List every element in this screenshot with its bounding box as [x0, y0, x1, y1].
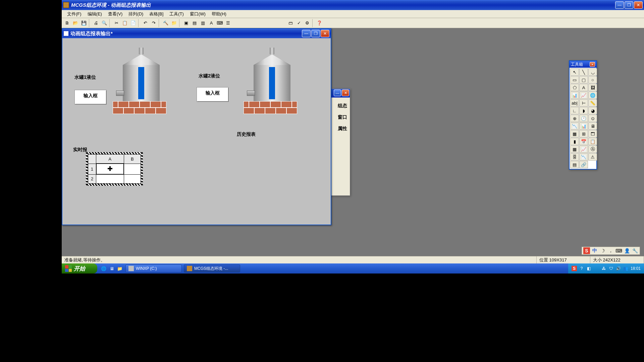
help-icon[interactable]: ❓ — [315, 19, 323, 27]
desktop-icon[interactable]: 🖥 — [108, 265, 115, 272]
component2-icon[interactable]: 📈 — [579, 92, 588, 99]
tray-ime-icon[interactable]: S — [572, 266, 577, 271]
trend2-tool-icon[interactable]: 📉 — [579, 153, 588, 161]
image-tool-icon[interactable]: 🖼 — [588, 84, 597, 91]
column-header-a[interactable]: A — [96, 155, 124, 164]
pie-tool-icon[interactable]: ◕ — [588, 107, 597, 114]
ellipse-tool-icon[interactable]: ○ — [588, 76, 597, 83]
alarm-tool-icon[interactable]: ⚠ — [588, 153, 597, 161]
switch-tool-icon[interactable]: ⊙ — [588, 115, 597, 122]
cut-icon[interactable]: ✂ — [112, 19, 120, 27]
ie-icon[interactable]: 🌐 — [100, 265, 107, 272]
menu-file[interactable]: 文件(F) — [64, 10, 84, 18]
barcode-tool-icon[interactable]: ▮ — [570, 138, 579, 145]
dock-item-configure[interactable]: 组态 — [332, 103, 348, 109]
line-tool-icon[interactable]: ╲ — [579, 68, 588, 76]
tray-volume-icon[interactable]: 🔊 — [616, 266, 621, 271]
start-button[interactable]: 开始 — [62, 263, 97, 274]
text-tool-icon[interactable]: A — [579, 84, 588, 91]
menu-help[interactable]: 帮助(H) — [209, 10, 229, 18]
save-icon[interactable]: 💾 — [80, 19, 88, 27]
menu-tools[interactable]: 工具(T) — [167, 10, 186, 18]
design-canvas[interactable]: 水罐1液位 输入框 — [62, 38, 331, 225]
tray-msn-icon[interactable]: 👥 — [623, 266, 629, 271]
list-icon[interactable]: ☰ — [224, 19, 232, 27]
paste-icon[interactable]: 📄 — [129, 19, 137, 27]
dock-close-button[interactable]: ✕ — [342, 89, 349, 96]
column-header-b[interactable]: B — [124, 155, 141, 164]
toolbox-panel[interactable]: 工具箱 ✕ ↖ ╲ ◡ ▭ ▢ ○ ⬠ A 🖼 📊 📈 🌐 ab| ⊢ 📏 ∟ … — [569, 60, 597, 170]
row-header-2[interactable]: 2 — [88, 174, 96, 183]
ruler-tool-icon[interactable]: ⊢ — [579, 99, 588, 107]
report-tool-icon[interactable]: 📋 — [588, 138, 597, 145]
undo-icon[interactable]: ↶ — [141, 19, 149, 27]
close-button[interactable]: ✕ — [634, 1, 643, 9]
clock[interactable]: 18:01 — [631, 266, 641, 271]
input-box-1[interactable]: 输入框 — [74, 90, 107, 105]
tray-network-icon[interactable]: 🖧 — [601, 266, 606, 271]
input-box-2[interactable]: 输入框 — [197, 87, 229, 102]
new-icon[interactable]: 🗎 — [63, 19, 71, 27]
dock-item-window[interactable]: 窗口 — [332, 114, 348, 120]
tray-shield-icon[interactable]: 🛡 — [608, 266, 614, 271]
child-maximize-button[interactable]: ❐ — [311, 30, 320, 37]
ime-s-icon[interactable]: S — [583, 247, 590, 254]
component1-icon[interactable]: 📊 — [570, 92, 579, 99]
tank-1[interactable] — [119, 48, 163, 114]
hammer-icon[interactable]: 🔨 — [162, 19, 170, 27]
calendar-tool-icon[interactable]: 📅 — [579, 138, 588, 145]
menu-view[interactable]: 查看(V) — [105, 10, 125, 18]
menu-window[interactable]: 窗口(W) — [187, 10, 208, 18]
tray-help-icon[interactable]: ? — [579, 266, 584, 271]
chart2-tool-icon[interactable]: 📊 — [579, 122, 588, 130]
table-tool-icon[interactable]: ⊞ — [579, 130, 588, 137]
angle-tool-icon[interactable]: ∟ — [570, 107, 579, 114]
child-close-button[interactable]: ✕ — [321, 30, 329, 37]
gauge-tool-icon[interactable]: ⊕ — [570, 115, 579, 122]
settings-icon[interactable]: ⚙ — [303, 19, 311, 27]
chart1-tool-icon[interactable]: 📉 — [570, 122, 579, 130]
keyboard-icon[interactable]: ⌨ — [216, 19, 224, 27]
realtime-tool-icon[interactable]: 📈 — [579, 145, 588, 153]
cell-b2[interactable] — [124, 174, 141, 183]
tank-2[interactable] — [250, 48, 294, 114]
grid2-tool-icon[interactable]: ▤ — [570, 161, 579, 168]
menu-table[interactable]: 表格[B] — [147, 10, 166, 18]
check-icon[interactable]: ✓ — [295, 19, 303, 27]
textbox-tool-icon[interactable]: ab| — [570, 99, 579, 107]
component3-icon[interactable]: 🌐 — [588, 92, 597, 99]
arc-tool-icon[interactable]: ◡ — [588, 68, 597, 76]
clock-tool-icon[interactable]: 🕐 — [579, 115, 588, 122]
db-icon[interactable]: 🗃 — [286, 19, 294, 27]
rect-tool-icon[interactable]: ▭ — [570, 76, 579, 83]
maximize-button[interactable]: ❐ — [625, 1, 633, 9]
child-minimize-button[interactable]: — — [302, 30, 311, 37]
toolbox-close-button[interactable]: ✕ — [590, 62, 595, 67]
trend-tool-icon[interactable]: ▦ — [570, 145, 579, 153]
keyboard2-icon[interactable]: ⌨ — [615, 247, 622, 254]
roundrect-tool-icon[interactable]: ▢ — [579, 76, 588, 83]
window1-icon[interactable]: ▣ — [182, 19, 190, 27]
polygon-tool-icon[interactable]: ⬠ — [570, 84, 579, 91]
scale-tool-icon[interactable]: 📏 — [588, 99, 597, 107]
semicircle-tool-icon[interactable]: ◗ — [579, 107, 588, 114]
open-icon[interactable]: 📂 — [71, 19, 79, 27]
window-tool-icon[interactable]: 🗔 — [588, 130, 597, 137]
preview-icon[interactable]: 🔍 — [100, 19, 108, 27]
db-tool-icon[interactable]: 🗄 — [570, 153, 579, 161]
report-table[interactable]: A B 1 2 — [88, 154, 141, 184]
font-icon[interactable]: A — [207, 19, 215, 27]
window3-icon[interactable]: ▥ — [199, 19, 207, 27]
pointer-tool-icon[interactable]: ↖ — [570, 68, 579, 76]
folder-icon[interactable]: 📁 — [170, 19, 178, 27]
cell-a2[interactable] — [96, 174, 124, 183]
wrench-icon[interactable]: 🔧 — [632, 247, 638, 254]
tray-app-icon[interactable]: ◧ — [586, 266, 592, 271]
table-corner[interactable] — [88, 155, 96, 164]
dock-minimize-button[interactable]: — — [334, 89, 341, 96]
menu-arrange[interactable]: 排列(D) — [126, 10, 146, 18]
minimize-button[interactable]: — — [615, 1, 624, 9]
task-winxp-drive[interactable]: WINXP (C:) — [125, 264, 182, 273]
ime-zhong-icon[interactable]: 中 — [591, 247, 598, 254]
bind-tool-icon[interactable]: 🔗 — [579, 161, 588, 168]
